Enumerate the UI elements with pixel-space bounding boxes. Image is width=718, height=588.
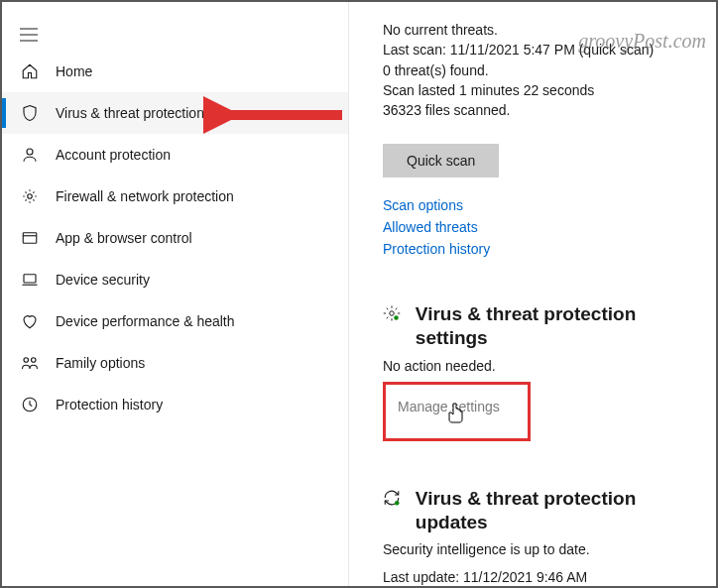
settings-section: Virus & threat protection settings No ac… — [383, 302, 696, 441]
sidebar-item-device-performance[interactable]: Device performance & health — [2, 300, 348, 342]
updates-section: Virus & threat protection updates Securi… — [383, 487, 696, 586]
settings-gear-icon — [383, 302, 402, 325]
shield-icon — [20, 103, 40, 123]
svg-point-7 — [390, 311, 395, 316]
settings-section-title: Virus & threat protection settings — [416, 302, 696, 350]
allowed-threats-link[interactable]: Allowed threats — [383, 219, 696, 235]
heart-icon — [20, 311, 40, 331]
sidebar-item-device-security[interactable]: Device security — [2, 259, 348, 300]
svg-point-0 — [27, 149, 33, 155]
status-no-threats: No current threats. — [383, 20, 696, 40]
quick-scan-button[interactable]: Quick scan — [383, 144, 499, 177]
sidebar-item-label: Home — [56, 63, 92, 79]
updates-last-update: Last update: 11/12/2021 9:46 AM — [383, 569, 696, 585]
updates-section-title: Virus & threat protection updates — [416, 487, 696, 534]
svg-point-5 — [32, 358, 37, 363]
svg-point-4 — [24, 358, 29, 363]
status-threats-found: 0 threat(s) found. — [383, 60, 696, 80]
svg-point-1 — [28, 194, 33, 199]
home-icon — [20, 61, 40, 81]
sidebar-item-label: Account protection — [56, 147, 171, 163]
threat-status-block: No current threats. Last scan: 11/11/202… — [383, 20, 696, 120]
app-browser-icon — [20, 228, 40, 248]
family-icon — [20, 353, 40, 373]
main-content: No current threats. Last scan: 11/11/202… — [349, 2, 716, 586]
sidebar-item-protection-history[interactable]: Protection history — [2, 384, 348, 425]
sidebar: Home Virus & threat protection Account p… — [2, 2, 349, 586]
updates-refresh-icon — [383, 487, 402, 510]
history-icon — [20, 395, 40, 414]
sidebar-item-label: Firewall & network protection — [56, 188, 234, 204]
status-files-scanned: 36323 files scanned. — [383, 100, 696, 120]
annotation-highlight-box: Manage settings — [383, 382, 531, 441]
svg-point-9 — [395, 501, 400, 506]
sidebar-item-label: Device performance & health — [56, 313, 235, 329]
account-icon — [20, 145, 40, 165]
sidebar-item-account-protection[interactable]: Account protection — [2, 134, 348, 176]
hamburger-menu[interactable] — [2, 28, 348, 51]
network-icon — [20, 186, 40, 206]
svg-rect-2 — [23, 233, 37, 244]
hamburger-icon — [20, 28, 38, 42]
settings-section-subtitle: No action needed. — [383, 358, 696, 374]
sidebar-item-family-options[interactable]: Family options — [2, 342, 348, 384]
sidebar-item-label: Protection history — [56, 397, 163, 412]
sidebar-item-app-browser[interactable]: App & browser control — [2, 217, 348, 259]
sidebar-item-label: App & browser control — [56, 230, 192, 246]
svg-point-8 — [394, 316, 399, 321]
sidebar-item-home[interactable]: Home — [2, 51, 348, 92]
svg-rect-3 — [24, 275, 36, 283]
status-last-scan: Last scan: 11/11/2021 5:47 PM (quick sca… — [383, 40, 696, 59]
cursor-pointer-icon — [447, 402, 465, 423]
sidebar-item-label: Virus & threat protection — [56, 105, 204, 121]
sidebar-item-virus-threat-protection[interactable]: Virus & threat protection — [2, 92, 348, 134]
sidebar-item-firewall-network[interactable]: Firewall & network protection — [2, 176, 348, 217]
device-security-icon — [20, 270, 40, 290]
scan-options-link[interactable]: Scan options — [383, 197, 696, 213]
sidebar-item-label: Family options — [56, 355, 145, 371]
status-scan-duration: Scan lasted 1 minutes 22 seconds — [383, 80, 696, 100]
protection-history-link[interactable]: Protection history — [383, 241, 696, 257]
updates-section-subtitle: Security intelligence is up to date. — [383, 541, 696, 557]
sidebar-item-label: Device security — [56, 272, 150, 288]
